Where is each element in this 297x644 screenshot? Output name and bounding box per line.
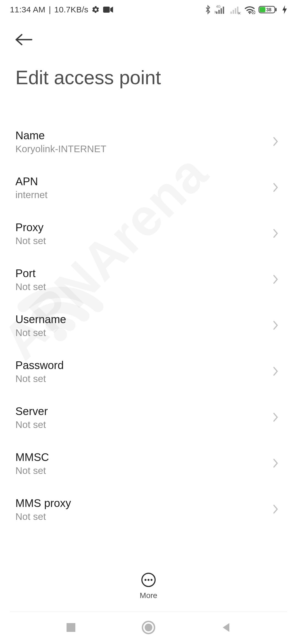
- setting-port[interactable]: Port Not set: [15, 257, 282, 303]
- chevron-right-icon: [272, 136, 279, 148]
- setting-password[interactable]: Password Not set: [15, 349, 282, 395]
- bluetooth-icon: [205, 5, 211, 14]
- setting-value: Not set: [15, 465, 49, 476]
- setting-name[interactable]: Name Koryolink-INTERNET: [15, 119, 282, 165]
- svg-rect-17: [275, 8, 277, 11]
- setting-value: Not set: [15, 419, 48, 430]
- back-button[interactable]: [15, 32, 32, 48]
- chevron-right-icon: [272, 182, 279, 194]
- setting-value: Not set: [15, 511, 71, 522]
- svg-rect-1: [103, 7, 110, 13]
- chevron-right-icon: [272, 320, 279, 332]
- setting-value: Not set: [15, 281, 46, 292]
- more-bar: More: [0, 572, 297, 600]
- triangle-left-icon: [221, 622, 232, 634]
- header: Edit access point: [0, 18, 297, 89]
- setting-username[interactable]: Username Not set: [15, 303, 282, 349]
- svg-rect-4: [218, 10, 220, 14]
- nav-recents-button[interactable]: [65, 622, 76, 634]
- status-time: 11:34 AM: [10, 5, 45, 14]
- setting-label: APN: [15, 175, 48, 188]
- setting-server[interactable]: Server Not set: [15, 395, 282, 441]
- setting-label: MMS proxy: [15, 497, 71, 509]
- chevron-right-icon: [272, 504, 279, 516]
- setting-label: Password: [15, 359, 64, 372]
- svg-rect-5: [221, 8, 222, 14]
- svg-point-22: [148, 579, 150, 581]
- setting-label: MMSC: [15, 451, 49, 463]
- setting-label: Server: [15, 405, 48, 417]
- nav-home-button[interactable]: [141, 620, 156, 636]
- status-bar: 11:34 AM | 10.7KB/s: [0, 0, 297, 18]
- svg-point-23: [151, 579, 153, 581]
- setting-mmsc[interactable]: MMSC Not set: [15, 441, 282, 487]
- navigation-bar: [0, 612, 297, 644]
- battery-indicator: 38: [258, 5, 279, 14]
- svg-point-13: [249, 13, 251, 14]
- svg-rect-6: [223, 7, 224, 14]
- status-left: 11:34 AM | 10.7KB/s: [10, 5, 113, 14]
- setting-label: Proxy: [15, 221, 46, 234]
- chevron-right-icon: [272, 366, 279, 378]
- setting-label: Port: [15, 267, 46, 280]
- more-label: More: [140, 591, 157, 600]
- signal-4g-icon: 4G: [215, 5, 227, 14]
- setting-label: Name: [15, 129, 106, 142]
- more-dots-icon: [141, 583, 156, 588]
- chevron-right-icon: [272, 274, 279, 286]
- setting-value: Koryolink-INTERNET: [15, 143, 106, 154]
- page-title: Edit access point: [15, 67, 282, 89]
- svg-point-26: [145, 624, 152, 631]
- setting-value: Not set: [15, 327, 66, 338]
- setting-label: Username: [15, 313, 66, 326]
- chevron-right-icon: [272, 228, 279, 240]
- charging-bolt-icon: [282, 5, 287, 14]
- svg-rect-7: [230, 12, 232, 14]
- signal-no-sim-icon: [230, 5, 241, 14]
- setting-value: Not set: [15, 373, 64, 384]
- chevron-right-icon: [272, 458, 279, 470]
- svg-rect-10: [237, 7, 238, 14]
- back-arrow-icon: [15, 33, 33, 47]
- svg-rect-16: [260, 7, 265, 12]
- nav-back-button[interactable]: [221, 622, 232, 634]
- setting-value: internet: [15, 189, 48, 200]
- svg-rect-8: [233, 10, 234, 14]
- circle-icon: [141, 620, 156, 636]
- svg-point-21: [145, 579, 147, 581]
- gear-icon: [92, 6, 100, 14]
- status-data-rate: 10.7KB/s: [54, 5, 88, 14]
- setting-apn[interactable]: APN internet: [15, 165, 282, 211]
- setting-proxy[interactable]: Proxy Not set: [15, 211, 282, 257]
- more-button[interactable]: [141, 572, 156, 587]
- status-right: 4G: [205, 5, 287, 14]
- svg-text:38: 38: [266, 7, 271, 12]
- video-camera-icon: [103, 6, 113, 13]
- settings-list: Name Koryolink-INTERNET APN internet Pro…: [0, 119, 297, 533]
- setting-value: Not set: [15, 235, 46, 246]
- status-separator: |: [49, 5, 51, 14]
- wifi-icon: [244, 5, 255, 14]
- svg-text:4G: 4G: [216, 5, 221, 9]
- chevron-right-icon: [272, 412, 279, 424]
- svg-rect-24: [67, 623, 75, 632]
- svg-rect-9: [235, 8, 236, 14]
- square-icon: [65, 622, 76, 634]
- setting-mms-proxy[interactable]: MMS proxy Not set: [15, 487, 282, 533]
